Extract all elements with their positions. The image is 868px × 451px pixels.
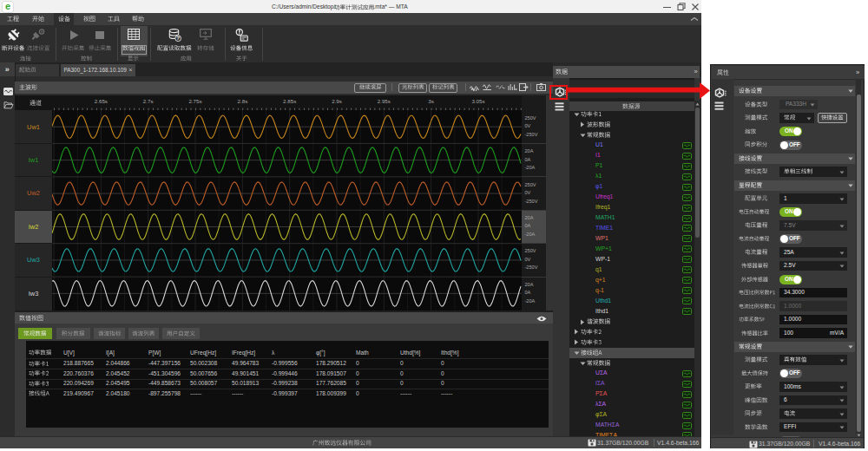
svg-text:?: ? [176, 35, 180, 41]
